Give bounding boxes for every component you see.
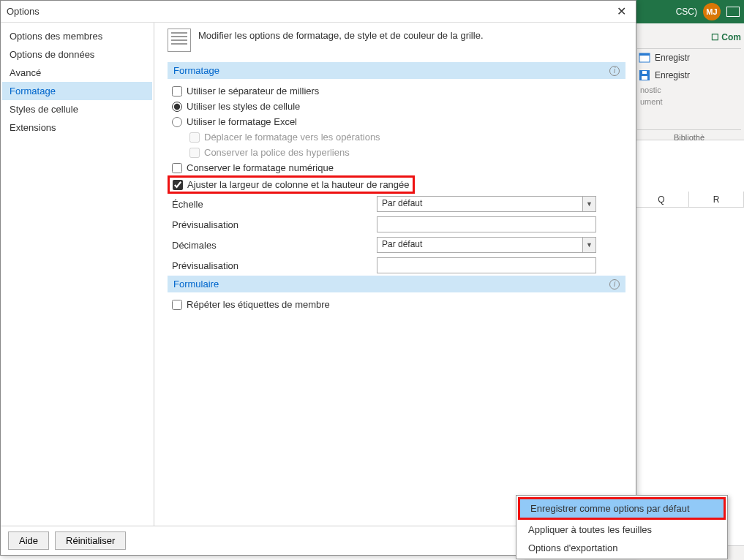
doc-label: ument [637, 96, 741, 107]
options-content: Modifier les options de formatage, de st… [154, 23, 636, 526]
menu-apply-all[interactable]: Appliquer à toutes les feuilles [518, 521, 726, 539]
help-button[interactable]: Aide [8, 531, 49, 550]
sidebar-item-formatting[interactable]: Formatage [2, 82, 152, 100]
svg-rect-3 [642, 76, 647, 80]
opt-adjust-column-row[interactable]: Ajuster la largeur de colonne et la haut… [168, 175, 625, 194]
chevron-down-icon[interactable]: ▼ [582, 197, 595, 211]
row-preview-1: Prévisualisation [168, 214, 625, 235]
opt-keep-hyperlink: Conserver la police des hyperliens [168, 145, 625, 160]
col-q[interactable]: Q [634, 192, 689, 207]
chevron-down-icon[interactable]: ▼ [582, 238, 595, 252]
radio-excel-format[interactable] [172, 117, 182, 127]
page-icon [168, 29, 191, 52]
context-menu: Enregistrer comme options par défaut App… [516, 495, 728, 559]
label-decimals: Décimales [172, 240, 377, 251]
combo-scale[interactable]: Par défaut ▼ [377, 196, 596, 212]
checkbox-hyperlink [189, 148, 200, 158]
info-icon[interactable]: i [609, 66, 620, 76]
input-preview-2 [377, 257, 596, 273]
highlight-adjust-option: Ajuster la largeur de colonne et la haut… [168, 175, 415, 194]
ribbon: ☐ Com Enregistr Enregistr nostic ument B… [634, 23, 744, 140]
row-preview-2: Prévisualisation [168, 255, 625, 276]
menu-export[interactable]: Options d'exportation [518, 539, 726, 557]
opt-keep-numeric[interactable]: Conserver le formatage numérique [168, 160, 625, 175]
svg-rect-1 [639, 53, 650, 56]
ribbon-save-1[interactable]: Enregistr [637, 49, 741, 67]
avatar[interactable]: MJ [703, 3, 721, 20]
column-headers: Q R [634, 192, 744, 208]
sidebar-item-data[interactable]: Options de données [2, 45, 152, 64]
sidebar-item-advanced[interactable]: Avancé [2, 64, 152, 82]
label-scale: Échelle [172, 199, 377, 210]
excel-titlebar: CSC) MJ [634, 0, 744, 23]
sidebar-item-cellstyles[interactable]: Styles de cellule [2, 100, 152, 118]
csc-badge: CSC) [676, 7, 697, 17]
dialog-titlebar: Options ✕ [1, 1, 636, 23]
opt-cell-styles[interactable]: Utiliser les styles de cellule [168, 99, 625, 114]
input-preview-1 [377, 216, 596, 232]
spreadsheet-grid[interactable]: Q R [634, 140, 744, 545]
dialog-title: Options [7, 6, 40, 17]
menu-save-default[interactable]: Enregistrer comme options par défaut [520, 499, 724, 518]
checkbox-numeric[interactable] [172, 163, 182, 173]
row-decimals: Décimales Par défaut ▼ [168, 235, 625, 255]
sidebar-item-members[interactable]: Options des membres [2, 27, 152, 45]
opt-move-format: Déplacer le formatage vers les opération… [168, 129, 625, 145]
reset-button[interactable]: Réinitialiser [55, 531, 126, 550]
row-scale: Échelle Par défaut ▼ [168, 194, 625, 214]
checkbox-repeat-labels[interactable] [172, 300, 182, 310]
comments-button[interactable]: ☐ Com [637, 29, 741, 49]
diag-label: nostic [637, 84, 741, 96]
col-r[interactable]: R [689, 192, 744, 207]
page-description: Modifier les options de formatage, de st… [198, 29, 484, 41]
label-preview-1: Prévisualisation [172, 219, 377, 230]
checkbox-move-format [189, 132, 200, 143]
options-sidebar: Options des membres Options de données A… [1, 23, 154, 526]
close-button[interactable]: ✕ [612, 4, 630, 18]
ribbon-save-2[interactable]: Enregistr [637, 67, 741, 84]
opt-repeat-labels[interactable]: Répéter les étiquettes de membre [168, 297, 625, 312]
checkbox-adjust-col[interactable] [173, 180, 183, 190]
opt-thousands-separator[interactable]: Utiliser le séparateur de milliers [168, 83, 625, 99]
radio-cell-styles[interactable] [172, 102, 182, 112]
sheet-icon [639, 52, 650, 64]
section-formatting: Formatage i [168, 62, 625, 79]
checkbox-thousands[interactable] [172, 86, 182, 97]
highlight-save-default: Enregistrer comme options par défaut [518, 497, 726, 520]
section-form: Formulaire i [168, 276, 625, 292]
svg-rect-4 [642, 71, 647, 74]
combo-decimals[interactable]: Par défaut ▼ [377, 237, 596, 253]
ribbon-toggle-icon[interactable] [726, 7, 740, 17]
opt-excel-format[interactable]: Utiliser le formatage Excel [168, 114, 625, 129]
label-preview-2: Prévisualisation [172, 260, 377, 271]
save-icon [639, 69, 650, 81]
sidebar-item-extensions[interactable]: Extensions [2, 118, 152, 137]
info-icon[interactable]: i [609, 279, 620, 290]
options-dialog: Options ✕ Options des membres Options de… [0, 0, 636, 556]
